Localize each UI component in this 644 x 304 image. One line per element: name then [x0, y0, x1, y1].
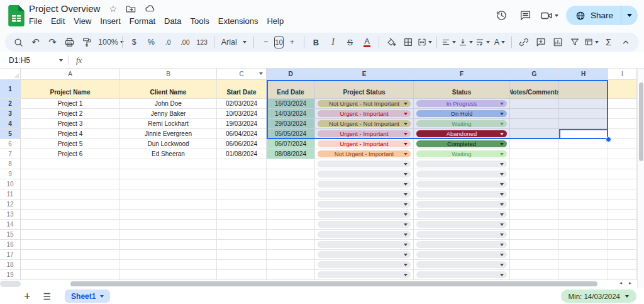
dropdown-chip[interactable]: Waiting	[416, 120, 507, 127]
dropdown-chip[interactable]	[416, 181, 507, 188]
cell-D17[interactable]	[267, 250, 315, 260]
cell-I10[interactable]	[608, 179, 637, 189]
row-header-14[interactable]: 14	[0, 220, 21, 230]
cell-E11[interactable]	[315, 189, 414, 200]
cell-B19[interactable]	[120, 270, 217, 280]
scroll-right-icon[interactable]: ▸	[629, 279, 631, 287]
cell-I6[interactable]	[608, 139, 637, 149]
cell-H15[interactable]	[559, 230, 608, 240]
merge-cells-button[interactable]	[416, 35, 433, 50]
dropdown-chip[interactable]	[318, 211, 411, 218]
cell-I3[interactable]	[608, 109, 637, 119]
cell-F2[interactable]: In Progress	[414, 99, 510, 109]
cell-A8[interactable]	[21, 159, 120, 169]
dropdown-chip[interactable]: Waiting	[416, 150, 507, 157]
text-wrap-button[interactable]	[474, 35, 491, 50]
cell-A3[interactable]: Project 2	[21, 109, 120, 119]
cell-A4[interactable]: Project 3	[21, 119, 120, 129]
row-header-12[interactable]: 12	[0, 200, 21, 210]
cell-H8[interactable]	[559, 159, 608, 169]
cell-D3[interactable]: 14/03/2024	[267, 109, 315, 119]
dropdown-chip[interactable]: Not Urgent - Not Important	[318, 100, 411, 107]
share-dropdown[interactable]	[621, 6, 638, 25]
row-header-17[interactable]: 17	[0, 250, 21, 260]
text-rotation-button[interactable]: A	[491, 35, 508, 50]
cell-I13[interactable]	[608, 210, 637, 220]
cell-G17[interactable]	[510, 250, 559, 260]
insert-link-icon[interactable]	[515, 35, 532, 50]
sheets-logo[interactable]	[8, 5, 25, 26]
cell-A13[interactable]	[21, 210, 120, 220]
cell-B2[interactable]: John Doe	[120, 99, 217, 109]
cell-F6[interactable]: Completed	[414, 139, 510, 149]
cell-C12[interactable]	[217, 200, 267, 210]
dropdown-chip[interactable]: Urgent - Important	[318, 110, 411, 117]
cell-B5[interactable]: Jinnie Evergreen	[120, 129, 217, 139]
cell-I15[interactable]	[608, 230, 637, 240]
cell-E5[interactable]: Urgent - Important	[315, 129, 414, 139]
cell-G14[interactable]	[510, 220, 559, 230]
increase-decimal-button[interactable]: .00	[177, 35, 194, 50]
document-title[interactable]: Project Overview	[29, 3, 100, 14]
cell-F4[interactable]: Waiting	[414, 119, 510, 129]
menu-tools[interactable]: Tools	[186, 15, 213, 27]
cell-B13[interactable]	[120, 210, 217, 220]
cell-C4[interactable]: 19/03/2024	[217, 119, 267, 129]
row-header-7[interactable]: 7	[0, 149, 21, 159]
share-button[interactable]: Share	[566, 6, 638, 25]
row-header-4[interactable]: 4	[0, 119, 21, 129]
cell-F7[interactable]: Waiting	[414, 149, 510, 159]
column-header-D[interactable]: D	[267, 69, 315, 80]
cell-C3[interactable]: 10/03/2024	[217, 109, 267, 119]
column-header-I[interactable]: I	[608, 69, 637, 80]
cell-I1[interactable]	[608, 80, 637, 99]
paint-format-icon[interactable]	[78, 35, 95, 50]
cell-A17[interactable]	[21, 250, 120, 260]
decrease-decimal-button[interactable]: .0	[160, 35, 177, 50]
cell-B9[interactable]	[120, 169, 217, 179]
dropdown-chip[interactable]	[318, 191, 411, 198]
cell-E9[interactable]	[315, 169, 414, 179]
cell-D11[interactable]	[267, 189, 315, 200]
row-header-19[interactable]: 19	[0, 270, 21, 280]
cell-A16[interactable]	[21, 240, 120, 250]
cell-F11[interactable]	[414, 189, 510, 200]
cell-I14[interactable]	[608, 220, 637, 230]
cell-G13[interactable]	[510, 210, 559, 220]
cell-H2[interactable]	[559, 99, 608, 109]
cell-I18[interactable]	[608, 260, 637, 270]
table-views-button[interactable]	[583, 35, 600, 50]
cell-D5[interactable]: 05/05/2024	[267, 129, 315, 139]
select-all-corner[interactable]	[0, 69, 21, 80]
dropdown-chip[interactable]: Abandoned	[416, 130, 507, 137]
cell-C6[interactable]: 06/06/2024	[217, 139, 267, 149]
dropdown-chip[interactable]	[416, 211, 507, 218]
cell-B4[interactable]: Remi Lockhart	[120, 119, 217, 129]
dropdown-chip[interactable]	[416, 271, 507, 278]
dropdown-chip[interactable]	[416, 221, 507, 228]
cell-G3[interactable]	[510, 109, 559, 119]
meet-call-control[interactable]	[540, 9, 558, 22]
dropdown-chip[interactable]	[416, 241, 507, 248]
cell-C14[interactable]	[217, 220, 267, 230]
text-color-button[interactable]: A	[358, 35, 375, 50]
sheet-tab-active[interactable]: Sheet1	[65, 290, 110, 303]
row-header-15[interactable]: 15	[0, 230, 21, 240]
cell-F19[interactable]	[414, 270, 510, 280]
cell-C1[interactable]: Start Date	[217, 80, 267, 99]
row-header-5[interactable]: 5	[0, 129, 21, 139]
filter-icon[interactable]	[566, 35, 583, 50]
dropdown-chip[interactable]: Completed	[416, 140, 507, 147]
cell-H14[interactable]	[559, 220, 608, 230]
menu-file[interactable]: File	[25, 15, 47, 27]
cell-D4[interactable]: 29/03/2024	[267, 119, 315, 129]
cell-I5[interactable]	[608, 129, 637, 139]
menu-help[interactable]: Help	[262, 15, 288, 27]
functions-button[interactable]: Σ	[600, 35, 617, 50]
number-format-button[interactable]: 123	[194, 35, 211, 50]
borders-icon[interactable]	[399, 35, 416, 50]
cell-G18[interactable]	[510, 260, 559, 270]
cell-C15[interactable]	[217, 230, 267, 240]
row-header-16[interactable]: 16	[0, 240, 21, 250]
cell-B15[interactable]	[120, 230, 217, 240]
